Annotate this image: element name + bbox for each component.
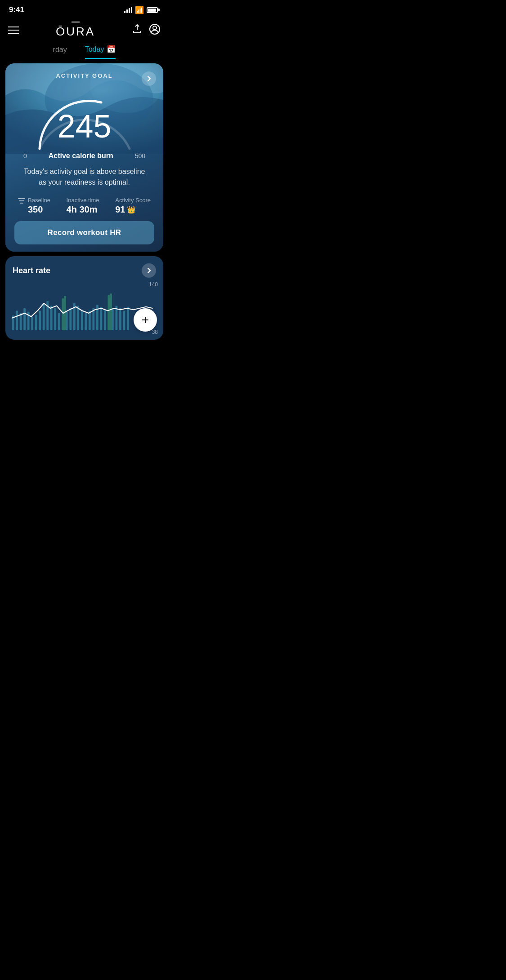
battery-icon <box>147 7 160 13</box>
svg-rect-29 <box>104 310 106 330</box>
card-title: ACTIVITY GOAL <box>14 72 154 79</box>
stat-activity-score: Activity Score 91 👑 <box>115 197 151 215</box>
svg-rect-12 <box>39 310 41 330</box>
heart-rate-chevron[interactable] <box>142 263 156 278</box>
signal-icon <box>124 7 132 13</box>
svg-rect-32 <box>116 306 118 331</box>
svg-rect-38 <box>108 295 110 331</box>
gauge-container: 245 <box>14 84 154 155</box>
menu-button[interactable] <box>8 27 19 34</box>
crown-icon: 👑 <box>127 205 136 214</box>
tab-yesterday[interactable]: rday <box>53 46 67 58</box>
hr-min-label: 38 <box>152 329 158 335</box>
tab-today[interactable]: Today 📅 <box>85 45 116 59</box>
header-actions <box>132 23 161 37</box>
activity-goal-card: ACTIVITY GOAL 245 0 Active calorie burn … <box>5 63 163 252</box>
hr-max-label: 140 <box>149 281 158 288</box>
svg-rect-24 <box>85 313 87 330</box>
svg-rect-11 <box>35 315 37 330</box>
svg-rect-6 <box>16 310 18 330</box>
add-button[interactable]: + <box>134 308 157 332</box>
baseline-label: Baseline <box>28 197 50 204</box>
app-logo: ŌURA <box>56 22 95 39</box>
svg-rect-23 <box>81 310 83 330</box>
svg-rect-17 <box>58 313 60 330</box>
status-bar: 9:41 📶 <box>0 0 169 18</box>
nav-tabs: rday Today 📅 <box>0 43 169 59</box>
svg-rect-26 <box>92 308 94 330</box>
svg-rect-25 <box>89 310 91 330</box>
svg-rect-15 <box>50 306 53 331</box>
baseline-value: 350 <box>28 204 50 215</box>
stat-inactive-time: Inactive time 4h 30m <box>67 197 99 215</box>
svg-rect-8 <box>23 308 26 330</box>
svg-rect-16 <box>54 308 56 330</box>
profile-button[interactable] <box>149 23 161 37</box>
svg-point-1 <box>153 26 157 30</box>
inactive-time-value: 4h 30m <box>67 204 98 215</box>
svg-rect-13 <box>43 303 45 330</box>
activity-description: Today's activity goal is above baseline … <box>19 166 150 188</box>
record-workout-button[interactable]: Record workout HR <box>14 221 154 244</box>
card-content: ACTIVITY GOAL 245 0 Active calorie burn … <box>5 63 163 252</box>
status-icons: 📶 <box>124 6 160 14</box>
svg-rect-10 <box>31 317 33 331</box>
heart-rate-card: Heart rate 140 <box>5 256 163 340</box>
svg-rect-22 <box>77 306 79 331</box>
app-header: ŌURA <box>0 18 169 43</box>
filter-icon <box>18 198 25 204</box>
svg-rect-28 <box>100 307 102 330</box>
gauge-value: 245 <box>57 110 111 142</box>
heart-rate-chart: 140 <box>5 281 163 340</box>
svg-rect-33 <box>119 308 121 330</box>
plus-icon: + <box>142 314 149 326</box>
activity-score-label: Activity Score <box>115 197 151 204</box>
svg-rect-20 <box>69 308 72 330</box>
stat-baseline: Baseline 350 <box>18 197 50 215</box>
svg-rect-35 <box>127 307 129 330</box>
svg-rect-34 <box>123 310 125 330</box>
status-time: 9:41 <box>9 5 24 14</box>
heart-rate-title: Heart rate <box>13 266 50 275</box>
svg-rect-37 <box>64 296 66 330</box>
activity-score-value: 91 <box>115 204 125 215</box>
svg-rect-36 <box>62 298 64 330</box>
heart-rate-header: Heart rate <box>5 256 163 281</box>
svg-rect-39 <box>110 293 112 330</box>
gauge-center: 245 <box>57 110 111 142</box>
svg-rect-7 <box>20 313 22 330</box>
stats-row: Baseline 350 Inactive time 4h 30m Activi… <box>14 195 154 221</box>
share-button[interactable] <box>132 24 143 36</box>
inactive-time-label: Inactive time <box>67 197 99 204</box>
baseline-info: Baseline 350 <box>28 197 50 215</box>
wifi-icon: 📶 <box>135 6 144 14</box>
activity-card-chevron[interactable] <box>142 71 156 86</box>
